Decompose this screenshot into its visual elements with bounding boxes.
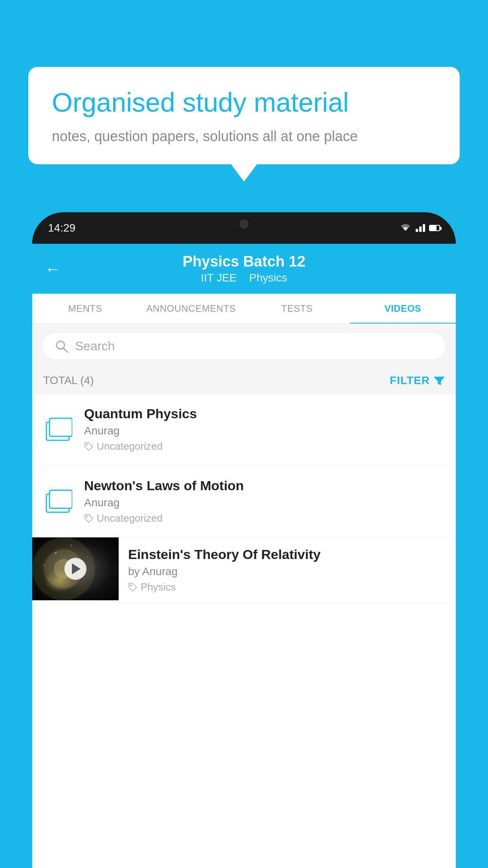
filter-label: FILTER (390, 374, 430, 387)
folder-icon-newton (43, 489, 75, 514)
svg-point-17 (130, 585, 132, 586)
svg-point-5 (86, 444, 88, 445)
search-placeholder: Search (75, 339, 115, 353)
camera-dot (239, 219, 249, 229)
play-button-einstein[interactable] (64, 558, 86, 580)
search-bar-container: Search (32, 324, 456, 368)
item-tag-quantum: Uncategorized (84, 440, 445, 452)
tag-iit-jee: IIT JEE (201, 272, 237, 284)
search-input-wrap[interactable]: Search (42, 332, 446, 360)
app-header: ← Physics Batch 12 IIT JEE Physics (32, 244, 456, 294)
item-title-quantum: Quantum Physics (84, 406, 445, 421)
video-thumbnail-einstein (32, 537, 119, 600)
tag-label-einstein: Physics (141, 581, 176, 593)
phone-frame: 14:29 ← Physic (32, 212, 456, 868)
tag-physics: Physics (249, 272, 287, 284)
list-item-quantum[interactable]: Quantum Physics Anurag Uncategorized (32, 394, 456, 465)
svg-point-13 (103, 549, 103, 550)
tag-label-newton: Uncategorized (97, 512, 163, 524)
tab-videos[interactable]: VIDEOS (350, 294, 456, 324)
wifi-icon (399, 224, 412, 232)
header-title: Physics Batch 12 (45, 253, 443, 270)
filter-row: TOTAL (4) FILTER (32, 368, 456, 394)
folder-icon-quantum (43, 417, 75, 442)
status-time: 14:29 (48, 222, 75, 234)
video-tag-einstein: Physics (128, 581, 446, 593)
signal-icon (416, 224, 425, 232)
item-info-quantum: Quantum Physics Anurag Uncategorized (84, 406, 445, 452)
speech-bubble-card: Organised study material notes, question… (28, 67, 460, 164)
svg-point-8 (86, 516, 88, 517)
svg-rect-7 (50, 490, 72, 508)
svg-line-1 (64, 348, 68, 352)
list-item-einstein[interactable]: Einstein's Theory Of Relativity by Anura… (32, 537, 456, 603)
tab-ments[interactable]: MENTS (32, 294, 138, 324)
tag-icon-einstein (128, 583, 138, 592)
speech-bubble-subtitle: notes, question papers, solutions all at… (52, 128, 436, 145)
tag-label-quantum: Uncategorized (97, 440, 163, 452)
phone-screen: ← Physics Batch 12 IIT JEE Physics MENTS… (32, 244, 456, 868)
status-bar: 14:29 (32, 212, 456, 244)
video-info-einstein: Einstein's Theory Of Relativity by Anura… (119, 537, 456, 603)
back-button[interactable]: ← (45, 260, 61, 278)
tab-tests[interactable]: TESTS (244, 294, 350, 324)
total-count: TOTAL (4) (43, 374, 94, 387)
search-icon (55, 339, 69, 353)
tab-announcements[interactable]: ANNOUNCEMENTS (138, 294, 244, 324)
tag-icon-newton (84, 514, 94, 523)
header-subtitle: IIT JEE Physics (45, 272, 443, 284)
item-tag-newton: Uncategorized (84, 512, 445, 524)
notch (213, 212, 275, 236)
svg-marker-2 (434, 377, 445, 385)
video-author-einstein: by Anurag (128, 565, 446, 578)
tab-bar: MENTS ANNOUNCEMENTS TESTS VIDEOS (32, 294, 456, 324)
status-icons (399, 224, 440, 232)
speech-bubble-title: Organised study material (52, 86, 436, 119)
item-title-newton: Newton's Laws of Motion (84, 478, 445, 493)
filter-button[interactable]: FILTER (390, 374, 445, 387)
video-title-einstein: Einstein's Theory Of Relativity (128, 547, 446, 562)
battery-icon (429, 225, 440, 231)
item-author-quantum: Anurag (84, 425, 445, 437)
filter-icon (434, 375, 445, 386)
item-info-newton: Newton's Laws of Motion Anurag Uncategor… (84, 478, 445, 524)
item-author-newton: Anurag (84, 497, 445, 509)
list-item-newton[interactable]: Newton's Laws of Motion Anurag Uncategor… (32, 465, 456, 537)
content-list: Quantum Physics Anurag Uncategorized (32, 394, 456, 868)
tag-icon-quantum (84, 442, 94, 451)
svg-rect-4 (50, 418, 72, 436)
